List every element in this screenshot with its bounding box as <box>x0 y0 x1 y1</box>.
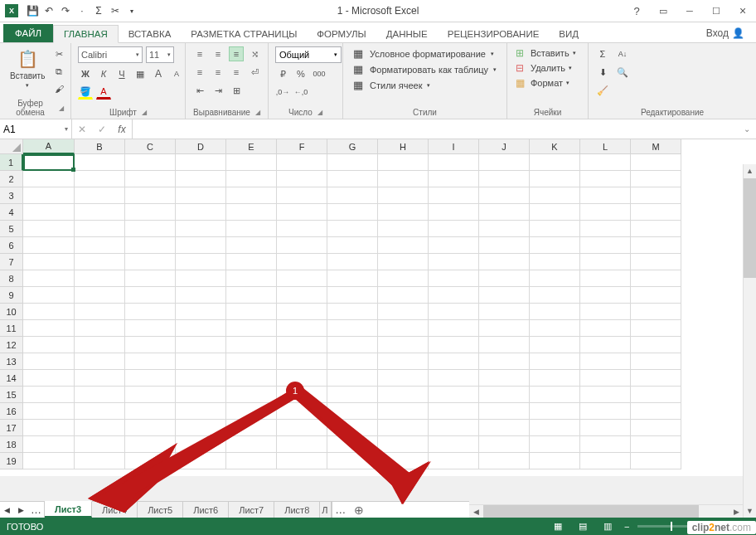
cell[interactable] <box>429 353 479 370</box>
cell[interactable] <box>176 453 226 469</box>
cell[interactable] <box>75 254 125 270</box>
cell[interactable] <box>327 436 378 453</box>
cell[interactable] <box>277 171 327 187</box>
cell[interactable] <box>479 237 530 254</box>
cell[interactable] <box>580 287 631 304</box>
cell[interactable] <box>631 304 681 320</box>
cell[interactable] <box>75 237 125 254</box>
cell[interactable] <box>479 453 530 469</box>
cell[interactable] <box>479 204 530 221</box>
cell[interactable] <box>23 370 75 387</box>
cell[interactable] <box>23 453 75 469</box>
cell[interactable] <box>429 270 479 287</box>
cut-icon[interactable]: ✂ <box>108 3 123 18</box>
autosum-icon[interactable]: Σ <box>91 3 106 18</box>
cell[interactable] <box>378 453 429 469</box>
cell[interactable] <box>176 370 226 387</box>
cell[interactable] <box>479 370 530 387</box>
sheet-tab[interactable]: Лист8 <box>274 502 320 518</box>
cell[interactable] <box>226 370 277 387</box>
cell[interactable] <box>277 187 327 204</box>
italic-button[interactable]: К <box>96 66 111 81</box>
cell[interactable] <box>580 187 631 204</box>
cancel-formula-icon[interactable]: ✕ <box>72 119 92 139</box>
cell[interactable] <box>75 304 125 320</box>
sheet-nav-prev-button[interactable]: ◀ <box>0 502 14 518</box>
cell[interactable] <box>530 420 580 436</box>
cell[interactable] <box>580 237 631 254</box>
fill-color-button[interactable]: 🪣 <box>78 85 93 100</box>
cell[interactable] <box>378 237 429 254</box>
delete-cells-button[interactable]: ⊟Удалить▾ <box>514 61 574 75</box>
cell[interactable] <box>176 337 226 353</box>
cell[interactable] <box>429 387 479 403</box>
cell[interactable] <box>277 221 327 237</box>
row-header[interactable]: 9 <box>0 287 23 304</box>
cell[interactable] <box>277 353 327 370</box>
cell[interactable] <box>580 387 631 403</box>
cell[interactable] <box>23 320 75 337</box>
copy-button[interactable]: ⧉ <box>51 64 66 79</box>
cell[interactable] <box>23 237 75 254</box>
cell[interactable] <box>23 420 75 436</box>
cell[interactable] <box>429 221 479 237</box>
cell[interactable] <box>631 237 681 254</box>
cell[interactable] <box>530 187 580 204</box>
column-header[interactable]: A <box>23 139 75 154</box>
active-cell[interactable] <box>23 154 75 171</box>
cell[interactable] <box>530 221 580 237</box>
cell[interactable] <box>378 353 429 370</box>
cell[interactable] <box>125 187 176 204</box>
cell[interactable] <box>631 154 681 171</box>
cell[interactable] <box>23 387 75 403</box>
cell[interactable] <box>378 171 429 187</box>
autosum-button[interactable]: Σ <box>595 46 610 61</box>
name-box[interactable]: A1▾ <box>0 119 72 139</box>
paste-button[interactable]: 📋 Вставить ▾ <box>7 46 48 90</box>
increase-decimal-button[interactable]: ,0→ <box>275 85 290 100</box>
column-header[interactable]: G <box>327 139 378 154</box>
cell[interactable] <box>125 403 176 420</box>
cell[interactable] <box>631 204 681 221</box>
cell[interactable] <box>479 320 530 337</box>
font-color-button[interactable]: A <box>96 85 111 100</box>
cell[interactable] <box>479 171 530 187</box>
sheet-tab[interactable]: Лист5 <box>138 502 183 518</box>
cell[interactable] <box>176 254 226 270</box>
font-name-select[interactable]: Calibri▾ <box>78 46 143 63</box>
sheet-nav-more-left[interactable]: … <box>28 502 45 518</box>
normal-view-button[interactable]: ▦ <box>550 520 566 533</box>
cell[interactable] <box>327 353 378 370</box>
cell[interactable] <box>75 436 125 453</box>
tab-insert[interactable]: ВСТАВКА <box>119 26 182 42</box>
cell[interactable] <box>631 353 681 370</box>
cell[interactable] <box>378 320 429 337</box>
sheet-tab[interactable]: Лист7 <box>229 502 274 518</box>
cell[interactable] <box>580 436 631 453</box>
comma-button[interactable]: 000 <box>312 66 327 81</box>
cell[interactable] <box>479 337 530 353</box>
cell[interactable] <box>429 171 479 187</box>
cell[interactable] <box>277 287 327 304</box>
cell[interactable] <box>277 320 327 337</box>
horizontal-scrollbar[interactable]: ◀ ▶ <box>469 504 743 518</box>
cell[interactable] <box>226 270 277 287</box>
sort-filter-button[interactable]: A↓ <box>615 46 630 61</box>
tab-view[interactable]: ВИД <box>549 26 589 42</box>
cell[interactable] <box>479 221 530 237</box>
row-header[interactable]: 18 <box>0 436 23 453</box>
cell[interactable] <box>277 304 327 320</box>
cell[interactable] <box>226 154 277 171</box>
page-break-view-button[interactable]: ▥ <box>599 520 616 533</box>
cell[interactable] <box>378 436 429 453</box>
cell[interactable] <box>479 287 530 304</box>
cell[interactable] <box>176 304 226 320</box>
cell[interactable] <box>226 171 277 187</box>
cell[interactable] <box>580 204 631 221</box>
cell[interactable] <box>75 353 125 370</box>
cell[interactable] <box>125 204 176 221</box>
cell[interactable] <box>631 436 681 453</box>
page-layout-view-button[interactable]: ▤ <box>574 520 591 533</box>
cell[interactable] <box>580 420 631 436</box>
tab-formulas[interactable]: ФОРМУЛЫ <box>307 26 376 42</box>
